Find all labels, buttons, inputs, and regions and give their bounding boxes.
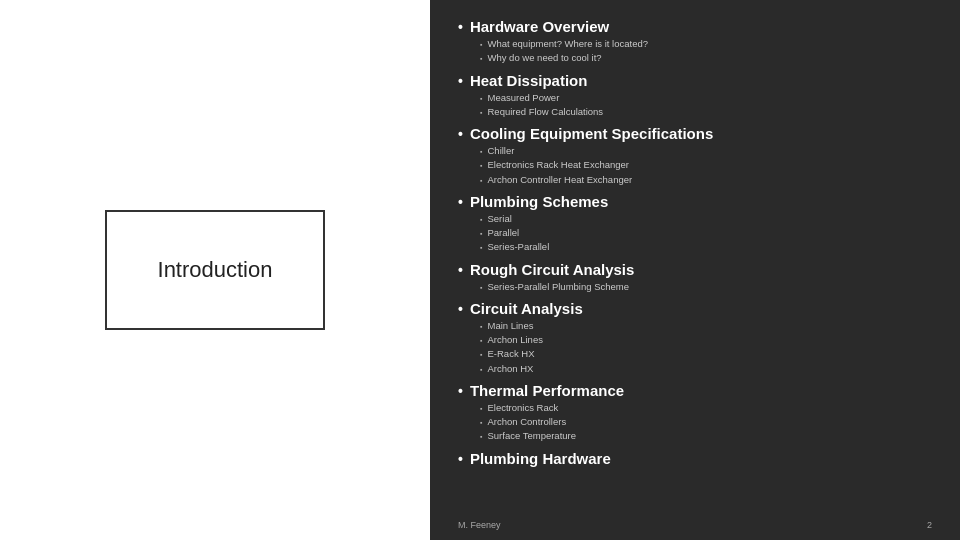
main-list-item: Rough Circuit AnalysisSeries-Parallel Pl… <box>458 261 932 294</box>
sub-list-item: Series-Parallel <box>480 240 932 254</box>
sub-list: Measured PowerRequired Flow Calculations <box>480 91 932 120</box>
sub-list-item: Electronics Rack Heat Exchanger <box>480 158 932 172</box>
sub-list-item: Archon Controller Heat Exchanger <box>480 173 932 187</box>
main-list-item: Heat DissipationMeasured PowerRequired F… <box>458 72 932 120</box>
main-bullet-label: Circuit Analysis <box>458 300 932 317</box>
sub-list-item: Main Lines <box>480 319 932 333</box>
sub-list-item: E-Rack HX <box>480 347 932 361</box>
footer-author: M. Feeney <box>458 520 501 530</box>
main-list-item: Circuit AnalysisMain LinesArchon LinesE-… <box>458 300 932 376</box>
left-panel: Introduction <box>0 0 430 540</box>
main-list-item: Hardware OverviewWhat equipment? Where i… <box>458 18 932 66</box>
sub-list: Series-Parallel Plumbing Scheme <box>480 280 932 294</box>
sub-list-item: Chiller <box>480 144 932 158</box>
main-list-item: Plumbing Hardware <box>458 450 932 467</box>
main-bullet-label: Plumbing Schemes <box>458 193 932 210</box>
sub-list-item: Required Flow Calculations <box>480 105 932 119</box>
main-bullet-label: Thermal Performance <box>458 382 932 399</box>
right-panel: Hardware OverviewWhat equipment? Where i… <box>430 0 960 540</box>
sub-list-item: Surface Temperature <box>480 429 932 443</box>
content-list: Hardware OverviewWhat equipment? Where i… <box>458 18 932 467</box>
sub-list-item: Series-Parallel Plumbing Scheme <box>480 280 932 294</box>
intro-box: Introduction <box>105 210 325 330</box>
main-bullet-label: Plumbing Hardware <box>458 450 932 467</box>
main-list-item: Cooling Equipment SpecificationsChillerE… <box>458 125 932 187</box>
sub-list-item: Archon Controllers <box>480 415 932 429</box>
sub-list-item: Parallel <box>480 226 932 240</box>
main-bullet-label: Rough Circuit Analysis <box>458 261 932 278</box>
sub-list-item: Why do we need to cool it? <box>480 51 932 65</box>
sub-list-item: Electronics Rack <box>480 401 932 415</box>
sub-list-item: Archon HX <box>480 362 932 376</box>
footer: M. Feeney 2 <box>458 520 932 530</box>
main-list-item: Plumbing SchemesSerialParallelSeries-Par… <box>458 193 932 255</box>
main-bullet-label: Hardware Overview <box>458 18 932 35</box>
sub-list-item: Archon Lines <box>480 333 932 347</box>
sub-list-item: What equipment? Where is it located? <box>480 37 932 51</box>
footer-page: 2 <box>927 520 932 530</box>
intro-label: Introduction <box>158 257 273 283</box>
sub-list: Main LinesArchon LinesE-Rack HXArchon HX <box>480 319 932 376</box>
sub-list: What equipment? Where is it located?Why … <box>480 37 932 66</box>
sub-list: SerialParallelSeries-Parallel <box>480 212 932 255</box>
main-bullet-label: Heat Dissipation <box>458 72 932 89</box>
sub-list-item: Measured Power <box>480 91 932 105</box>
main-list-item: Thermal PerformanceElectronics RackArcho… <box>458 382 932 444</box>
sub-list-item: Serial <box>480 212 932 226</box>
sub-list: Electronics RackArchon ControllersSurfac… <box>480 401 932 444</box>
main-bullet-label: Cooling Equipment Specifications <box>458 125 932 142</box>
sub-list: ChillerElectronics Rack Heat ExchangerAr… <box>480 144 932 187</box>
